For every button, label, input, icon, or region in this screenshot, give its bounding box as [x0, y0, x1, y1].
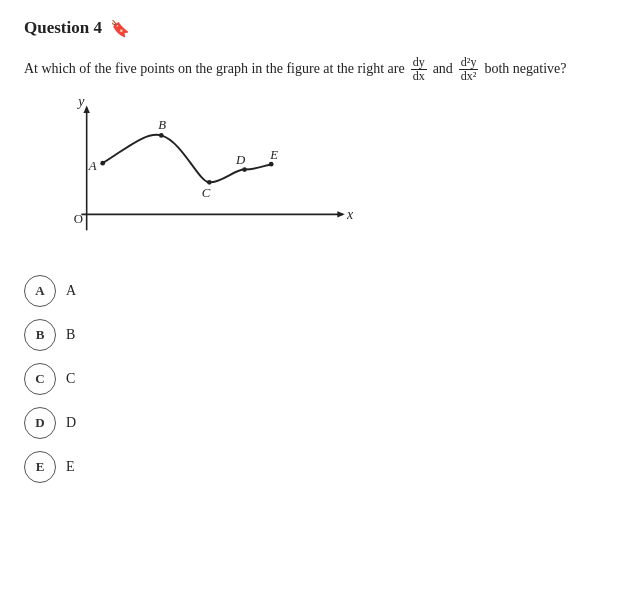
option-a-label: A [66, 283, 76, 299]
svg-point-14 [207, 180, 212, 185]
svg-text:O: O [74, 212, 83, 226]
question-header: Question 4 🔖 [24, 18, 597, 38]
question-text: At which of the five points on the graph… [24, 56, 597, 83]
svg-text:E: E [269, 148, 278, 162]
fraction2-denominator: dx² [459, 70, 479, 83]
option-c-label: C [66, 371, 75, 387]
svg-text:B: B [158, 118, 166, 132]
and-word: and [433, 58, 453, 80]
graph-area: y x O A B C D E [44, 97, 364, 257]
svg-text:y: y [76, 97, 85, 109]
fraction-d2y-dx2: d²y dx² [459, 56, 479, 83]
bookmark-icon[interactable]: 🔖 [110, 19, 130, 38]
option-e-label: E [66, 459, 75, 475]
option-e-circle[interactable]: E [24, 451, 56, 483]
option-b-label: B [66, 327, 75, 343]
graph-svg: y x O A B C D E [44, 97, 364, 257]
svg-text:A: A [88, 159, 97, 173]
fraction-dy-dx: dy dx [411, 56, 427, 83]
option-a[interactable]: A A [24, 275, 597, 307]
option-a-circle[interactable]: A [24, 275, 56, 307]
svg-text:D: D [235, 154, 246, 168]
svg-point-13 [159, 133, 164, 138]
option-d[interactable]: D D [24, 407, 597, 439]
svg-point-15 [242, 168, 247, 173]
question-prefix: At which of the five points on the graph… [24, 58, 405, 80]
answer-options: A A B B C C D D E E [24, 275, 597, 483]
option-e[interactable]: E E [24, 451, 597, 483]
option-d-label: D [66, 415, 76, 431]
question-title: Question 4 [24, 18, 102, 38]
option-b[interactable]: B B [24, 319, 597, 351]
question-suffix: both negative? [484, 58, 566, 80]
option-c-circle[interactable]: C [24, 363, 56, 395]
svg-marker-2 [83, 106, 89, 113]
fraction1-numerator: dy [411, 56, 427, 70]
svg-text:x: x [346, 207, 354, 222]
svg-point-16 [269, 162, 274, 167]
option-b-circle[interactable]: B [24, 319, 56, 351]
fraction2-numerator: d²y [459, 56, 479, 70]
svg-point-12 [100, 161, 105, 166]
fraction1-denominator: dx [411, 70, 427, 83]
svg-text:C: C [202, 187, 211, 201]
option-d-circle[interactable]: D [24, 407, 56, 439]
option-c[interactable]: C C [24, 363, 597, 395]
svg-marker-3 [337, 212, 344, 218]
